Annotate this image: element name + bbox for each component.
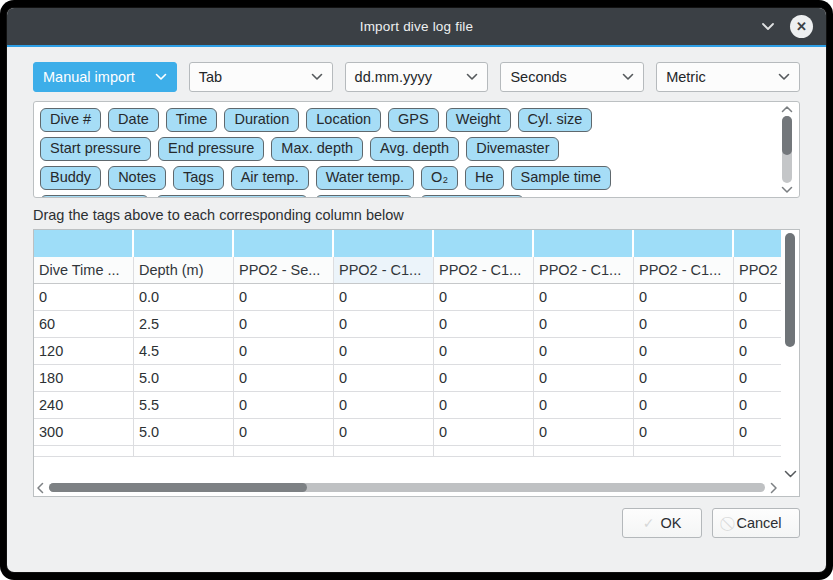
tag-water-temp[interactable]: Water temp.	[316, 166, 414, 190]
table-cell	[234, 446, 334, 456]
tags-scrollbar[interactable]	[779, 106, 795, 193]
tag-row: Start pressureEnd pressureMax. depthAvg.…	[40, 137, 773, 161]
tag-date[interactable]: Date	[108, 108, 159, 132]
tags-scrollbar-track[interactable]	[782, 116, 792, 183]
tag-notes[interactable]: Notes	[108, 166, 166, 190]
table-cell: 0	[334, 311, 434, 337]
tag-location[interactable]: Location	[306, 108, 381, 132]
table-cell: 0	[234, 365, 334, 391]
tag-sample-depth[interactable]: Sample depth	[40, 195, 149, 198]
tags-scrollbar-thumb[interactable]	[782, 116, 792, 155]
vertical-scrollbar[interactable]	[782, 231, 798, 478]
dialog-buttons: ✓ OK ⃠ Cancel	[33, 508, 800, 538]
tag-avg-depth[interactable]: Avg. depth	[370, 137, 459, 161]
date-format-select[interactable]: dd.mm.yyyy	[345, 62, 489, 92]
table-cell	[734, 446, 781, 456]
tag-air-temp[interactable]: Air temp.	[231, 166, 309, 190]
tag-row: Dive #DateTimeDurationLocationGPSWeightC…	[40, 108, 773, 132]
tag-sample-po[interactable]: Sample pO₂	[315, 195, 413, 198]
table-cell: 0	[634, 338, 734, 364]
tag-max-depth[interactable]: Max. depth	[271, 137, 363, 161]
table-cell: 0	[634, 311, 734, 337]
chevron-down-icon	[466, 73, 478, 81]
tag-sample-cns[interactable]: Sample CNS	[420, 195, 524, 198]
chevron-down-icon	[311, 73, 323, 81]
drop-zone-cell[interactable]	[234, 230, 334, 257]
tag-cyl-size[interactable]: Cyl. size	[518, 108, 593, 132]
scroll-up-icon[interactable]	[781, 106, 793, 113]
scroll-down-icon[interactable]	[781, 186, 793, 193]
table-cell: 0	[634, 365, 734, 391]
tag-start-pressure[interactable]: Start pressure	[40, 137, 151, 161]
shade-button[interactable]	[761, 22, 775, 31]
table-cell: 0	[534, 338, 634, 364]
titlebar[interactable]: Import dive log file ✕	[7, 8, 826, 45]
table-cell: 0	[334, 365, 434, 391]
drop-zone-cell[interactable]	[534, 230, 634, 257]
table-cell: 0	[334, 284, 434, 310]
tag-sample-time[interactable]: Sample time	[511, 166, 612, 190]
chevron-down-icon	[778, 73, 790, 81]
ok-button[interactable]: ✓ OK	[622, 508, 702, 538]
drop-zone-cell[interactable]	[34, 230, 134, 257]
tag-end-pressure[interactable]: End pressure	[158, 137, 264, 161]
units-select[interactable]: Metric	[656, 62, 800, 92]
table-row: 3005.0000000	[34, 419, 781, 446]
drop-zone-cell[interactable]	[634, 230, 734, 257]
table-cell: 0	[534, 284, 634, 310]
table-cell: 240	[34, 392, 134, 418]
table-cell: 0	[734, 338, 781, 364]
close-button[interactable]: ✕	[790, 15, 813, 38]
source-format-select[interactable]: Manual import	[33, 62, 177, 92]
tag-time[interactable]: Time	[166, 108, 218, 132]
header-row: Dive Time ...Depth (m)PPO2 - Se...PPO2 -…	[34, 257, 781, 284]
table-cell: 0	[34, 284, 134, 310]
table-cell: 120	[34, 338, 134, 364]
cancel-button[interactable]: ⃠ Cancel	[712, 508, 800, 538]
vertical-scrollbar-thumb[interactable]	[785, 233, 795, 347]
table-cell: 0	[234, 392, 334, 418]
table-cell	[334, 446, 434, 456]
tag-row: BuddyNotesTagsAir temp.Water temp.O₂HeSa…	[40, 166, 773, 190]
drop-zone-cell[interactable]	[734, 230, 781, 257]
scroll-right-icon[interactable]	[770, 482, 777, 494]
dialog-content: Manual import Tab dd.mm.yyyy Seconds Met…	[7, 47, 826, 538]
drop-zone-cell[interactable]	[334, 230, 434, 257]
tag-buddy[interactable]: Buddy	[40, 166, 101, 190]
table-cell: 180	[34, 365, 134, 391]
tag-o[interactable]: O₂	[421, 166, 458, 190]
tag-tags[interactable]: Tags	[173, 166, 224, 190]
table-cell: 0	[734, 311, 781, 337]
horizontal-scrollbar[interactable]	[37, 481, 777, 494]
horizontal-scrollbar-thumb[interactable]	[49, 483, 307, 492]
scroll-down-icon[interactable]	[784, 470, 797, 478]
field-separator-select[interactable]: Tab	[189, 62, 333, 92]
table-cell: 0	[734, 365, 781, 391]
tag-he[interactable]: He	[465, 166, 504, 190]
time-format-select[interactable]: Seconds	[500, 62, 644, 92]
table-row: 1805.0000000	[34, 365, 781, 392]
tag-sample-temperature[interactable]: Sample temperature	[156, 195, 307, 198]
horizontal-scrollbar-track[interactable]	[49, 483, 765, 492]
units-value: Metric	[666, 69, 705, 85]
table-cell: 0	[434, 365, 534, 391]
table-cell: 0	[434, 338, 534, 364]
tag-dive[interactable]: Dive #	[40, 108, 101, 132]
scroll-left-icon[interactable]	[37, 482, 44, 494]
table-cell: 0	[334, 392, 434, 418]
table-cell: 0	[534, 365, 634, 391]
table-cell: 300	[34, 419, 134, 445]
close-icon: ✕	[796, 20, 807, 33]
tag-divemaster[interactable]: Divemaster	[466, 137, 559, 161]
table-row: 00.0000000	[34, 284, 781, 311]
table-cell: 0	[734, 392, 781, 418]
tag-duration[interactable]: Duration	[224, 108, 299, 132]
drop-zone-cell[interactable]	[134, 230, 234, 257]
table-body: 00.0000000602.50000001204.50000001805.00…	[34, 284, 781, 457]
tag-gps[interactable]: GPS	[388, 108, 439, 132]
tag-weight[interactable]: Weight	[446, 108, 511, 132]
drop-zone-cell[interactable]	[434, 230, 534, 257]
table-cell: 2.5	[134, 311, 234, 337]
table-row: 2405.5000000	[34, 392, 781, 419]
cancel-button-label: Cancel	[736, 515, 781, 531]
